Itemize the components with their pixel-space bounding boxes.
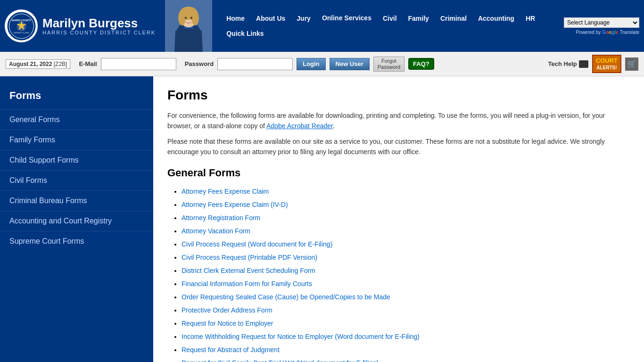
- list-item: Request for Notice to Employer: [182, 317, 630, 330]
- form-link[interactable]: Financial Information Form for Family Co…: [182, 280, 312, 288]
- svg-point-13: [185, 17, 187, 19]
- sidebar-item-supreme[interactable]: Supreme Court Forms: [0, 231, 153, 251]
- svg-text:DISTRICT CLERK: DISTRICT CLERK: [14, 32, 29, 34]
- nav-family[interactable]: Family: [404, 12, 434, 25]
- list-item: Civil Process Request (Printable PDF Ver…: [182, 251, 630, 264]
- monitor-icon: [579, 60, 588, 68]
- page-title: Forms: [167, 88, 630, 103]
- sidebar-item-accounting[interactable]: Accounting and Court Registry: [0, 211, 153, 231]
- nav-accounting[interactable]: Accounting: [473, 12, 519, 25]
- google-logo: Google: [602, 30, 618, 35]
- sidebar-item-general[interactable]: General Forms: [0, 109, 153, 130]
- form-link[interactable]: Order Requesting Sealed Case (Cause) be …: [182, 293, 390, 301]
- sidebar-item-childsupport[interactable]: Child Support Forms: [0, 150, 153, 170]
- section-title-general: General Forms: [167, 167, 630, 179]
- main-content: Forms For convenience, the following for…: [153, 76, 644, 362]
- list-item: Request for Abstract of Judgment: [182, 343, 630, 356]
- list-item: District Clerk External Event Scheduling…: [182, 264, 630, 277]
- intro-paragraph-2: Please note that these forms are availab…: [167, 136, 630, 157]
- form-link[interactable]: Request for Abstract of Judgment: [182, 346, 280, 354]
- general-forms-list: Attorney Fees Expense Claim Attorney Fee…: [167, 185, 630, 362]
- county-seal: HARRIS COUNTY DISTRICT CLERK: [5, 9, 38, 42]
- form-link[interactable]: Attorney Registration Form: [182, 214, 260, 222]
- list-item: Attorney Registration Form: [182, 211, 630, 224]
- form-link[interactable]: Civil Process Request (Printable PDF Ver…: [182, 254, 317, 261]
- court-alerts-button[interactable]: COURT ALERTS!: [592, 55, 621, 73]
- login-right-area: Tech Help COURT ALERTS! 🛒: [548, 55, 638, 73]
- faq-button[interactable]: FAQ?: [408, 58, 434, 70]
- list-item: Financial Information Form for Family Co…: [182, 277, 630, 290]
- form-link[interactable]: District Clerk External Event Scheduling…: [182, 267, 315, 274]
- sidebar-title: Forms: [0, 86, 153, 109]
- main-nav: Home About Us Jury Online Services Civil…: [212, 11, 564, 41]
- form-link[interactable]: Income Withholding Request for Notice to…: [182, 333, 420, 340]
- list-item: Attorney Fees Expense Claim: [182, 185, 630, 198]
- sidebar-item-civil[interactable]: Civil Forms: [0, 170, 153, 190]
- list-item: Attorney Vacation Form: [182, 224, 630, 238]
- date-display: August 21, 2022 [Z2B]: [6, 59, 70, 69]
- nav-home[interactable]: Home: [222, 12, 249, 25]
- main-layout: Forms General Forms Family Forms Child S…: [0, 76, 644, 362]
- email-input[interactable]: [101, 58, 176, 70]
- header-title-block: Marilyn Burgess HARRIS COUNTY DISTRICT C…: [42, 16, 156, 36]
- nav-jury[interactable]: Jury: [292, 12, 315, 25]
- site-header: HARRIS COUNTY DISTRICT CLERK Marilyn Bur…: [0, 0, 644, 52]
- nav-about[interactable]: About Us: [251, 12, 290, 25]
- logo-area: HARRIS COUNTY DISTRICT CLERK Marilyn Bur…: [5, 9, 156, 42]
- form-link[interactable]: Protective Order Address Form: [182, 306, 272, 314]
- form-link[interactable]: Request for Civil-Family Post Trial Writ…: [182, 359, 379, 362]
- forgot-password-button[interactable]: Forgot Password: [373, 57, 405, 72]
- nav-criminal[interactable]: Criminal: [436, 12, 471, 25]
- new-user-button[interactable]: New User: [330, 58, 370, 70]
- sidebar-item-criminal[interactable]: Criminal Bureau Forms: [0, 190, 153, 211]
- acrobat-link[interactable]: Adobe Acrobat Reader: [266, 122, 333, 130]
- header-right: Select Language Powered by Google Transl…: [564, 17, 639, 35]
- list-item: Civil Process Request (Word document for…: [182, 238, 630, 251]
- clerk-photo: [165, 0, 212, 52]
- nav-hr[interactable]: HR: [521, 12, 540, 25]
- sidebar: Forms General Forms Family Forms Child S…: [0, 76, 153, 362]
- svg-point-14: [190, 17, 192, 19]
- cart-icon[interactable]: 🛒: [625, 58, 638, 71]
- nav-civil[interactable]: Civil: [378, 12, 402, 25]
- intro-paragraph-1: For convenience, the following forms are…: [167, 110, 630, 132]
- list-item: Attorney Fees Expense Claim (IV-D): [182, 198, 630, 211]
- list-item: Income Withholding Request for Notice to…: [182, 330, 630, 343]
- nav-online[interactable]: Online Services: [317, 11, 376, 25]
- login-bar: August 21, 2022 [Z2B] E-Mail Password Lo…: [0, 52, 644, 76]
- svg-point-11: [178, 10, 186, 25]
- list-item: Request for Civil-Family Post Trial Writ…: [182, 356, 630, 362]
- nav-quicklinks[interactable]: Quick Links: [222, 27, 268, 41]
- list-item: Protective Order Address Form: [182, 304, 630, 317]
- form-link[interactable]: Request for Notice to Employer: [182, 320, 273, 327]
- clerk-dept: HARRIS COUNTY DISTRICT CLERK: [42, 30, 156, 35]
- language-select[interactable]: Select Language: [564, 17, 639, 28]
- login-button[interactable]: Login: [297, 58, 325, 70]
- form-link[interactable]: Attorney Vacation Form: [182, 227, 250, 235]
- tech-help-area: Tech Help: [548, 60, 588, 68]
- sidebar-item-family[interactable]: Family Forms: [0, 130, 153, 150]
- powered-by-text: Powered by Google Translate: [576, 30, 639, 35]
- svg-point-12: [191, 10, 199, 25]
- password-input[interactable]: [217, 58, 293, 70]
- clerk-name: Marilyn Burgess: [42, 16, 156, 30]
- form-link[interactable]: Civil Process Request (Word document for…: [182, 240, 332, 248]
- form-link[interactable]: Attorney Fees Expense Claim (IV-D): [182, 201, 288, 208]
- form-link[interactable]: Attorney Fees Expense Claim: [182, 188, 269, 195]
- password-label: Password: [185, 60, 214, 67]
- list-item: Order Requesting Sealed Case (Cause) be …: [182, 290, 630, 304]
- email-label: E-Mail: [79, 60, 97, 67]
